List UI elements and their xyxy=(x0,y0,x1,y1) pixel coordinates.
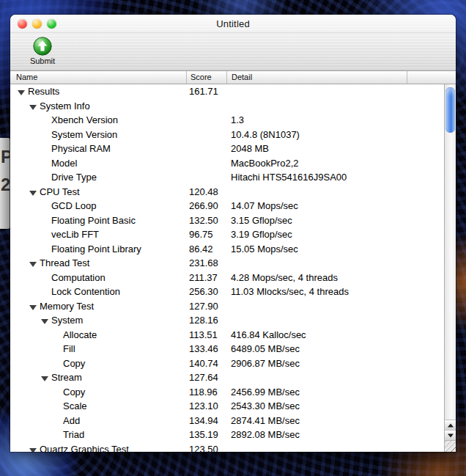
row-name-label: Floating Point Basic xyxy=(51,215,136,226)
disclosure-triangle-icon[interactable] xyxy=(29,305,37,310)
disclosure-triangle-icon[interactable] xyxy=(18,90,25,95)
row-name-cell: System Info xyxy=(10,100,186,111)
row-detail-value: 15.05 Mops/sec xyxy=(226,244,444,255)
row-detail-value: 10.4.8 (8N1037) xyxy=(226,129,444,140)
background-window-fragment[interactable]: P 2 xyxy=(0,138,10,229)
row-name-label: System Version xyxy=(51,129,117,140)
title-bar[interactable]: Untitled xyxy=(10,15,456,33)
row-name-cell: Fill xyxy=(10,343,186,354)
row-name-cell: Copy xyxy=(10,387,186,398)
table-row[interactable]: Memory Test127.90 xyxy=(10,299,444,314)
results-outline-view: Results161.71System InfoXbench Version1.… xyxy=(10,84,456,452)
row-name-cell: Copy xyxy=(10,358,186,369)
row-name-label: Triad xyxy=(63,429,84,440)
row-detail-value: 14.07 Mops/sec xyxy=(226,200,444,211)
table-row[interactable]: Allocate113.51416.84 Kalloc/sec xyxy=(10,328,444,343)
table-row[interactable]: Add134.942874.41 MB/sec xyxy=(10,414,444,428)
row-name-label: Physical RAM xyxy=(51,143,111,154)
table-row[interactable]: Triad135.192892.08 MB/sec xyxy=(10,428,444,442)
minimize-button[interactable] xyxy=(32,19,42,29)
close-button[interactable] xyxy=(18,19,27,29)
table-row[interactable]: System Info xyxy=(10,99,444,114)
column-header-filler xyxy=(407,71,456,84)
row-score-value: 96.75 xyxy=(186,229,226,240)
row-score-value: 128.16 xyxy=(186,315,226,326)
table-row[interactable]: Lock Contention256.3011.03 Mlocks/sec, 4… xyxy=(10,285,444,299)
fragment-letter: P xyxy=(1,148,10,166)
row-name-cell: Memory Test xyxy=(10,301,186,312)
submit-button[interactable]: Submit xyxy=(21,37,64,65)
table-row[interactable]: Scale123.102543.30 MB/sec xyxy=(10,399,444,414)
row-name-label: Thread Test xyxy=(40,257,89,268)
row-name-cell: vecLib FFT xyxy=(10,229,186,240)
table-row[interactable]: Copy118.962456.99 MB/sec xyxy=(10,385,444,400)
row-detail-value: 2906.87 MB/sec xyxy=(226,358,444,369)
row-detail-value: 2456.99 MB/sec xyxy=(226,387,444,398)
column-header-score[interactable]: Score xyxy=(186,71,226,84)
row-name-label: Results xyxy=(28,86,59,97)
scrollbar-thumb[interactable] xyxy=(445,87,455,133)
row-score-value: 113.51 xyxy=(186,329,226,340)
row-name-label: Xbench Version xyxy=(51,114,118,125)
column-header-detail[interactable]: Detail xyxy=(226,71,407,84)
table-row[interactable]: System128.16 xyxy=(10,313,444,328)
desktop-background[interactable]: P 2 Untitled xyxy=(0,0,466,476)
table-row[interactable]: GCD Loop266.9014.07 Mops/sec xyxy=(10,199,444,213)
table-row[interactable]: Fill133.466489.05 MB/sec xyxy=(10,342,444,356)
table-row[interactable]: vecLib FFT96.753.19 Gflop/sec xyxy=(10,227,444,242)
disclosure-triangle-icon[interactable] xyxy=(29,448,37,452)
row-name-cell: System Version xyxy=(10,129,186,140)
row-score-value: 118.96 xyxy=(186,387,226,398)
row-name-label: CPU Test xyxy=(40,186,80,197)
row-name-label: System xyxy=(51,315,83,326)
table-row[interactable]: Quartz Graphics Test123.50 xyxy=(10,442,444,453)
row-detail-value: 2874.41 MB/sec xyxy=(226,415,444,426)
row-score-value: 140.74 xyxy=(186,358,226,369)
table-row[interactable]: Results161.71 xyxy=(10,84,444,99)
table-row[interactable]: CPU Test120.48 xyxy=(10,185,444,199)
up-arrow-icon xyxy=(448,423,454,427)
row-name-label: Quartz Graphics Test xyxy=(40,444,129,452)
table-row[interactable]: Floating Point Library86.4215.05 Mops/se… xyxy=(10,242,444,257)
disclosure-triangle-icon[interactable] xyxy=(41,319,48,324)
table-row[interactable]: Floating Point Basic132.503.15 Gflop/sec xyxy=(10,213,444,228)
disclosure-triangle-icon[interactable] xyxy=(41,376,48,381)
table-row[interactable]: System Version10.4.8 (8N1037) xyxy=(10,128,444,142)
table-row[interactable]: ModelMacBookPro2,2 xyxy=(10,156,444,171)
window-title: Untitled xyxy=(10,18,456,29)
row-name-label: Copy xyxy=(63,387,85,398)
row-score-value: 211.37 xyxy=(186,272,226,283)
row-score-value: 266.90 xyxy=(186,200,226,211)
disclosure-triangle-icon[interactable] xyxy=(29,262,37,267)
scroll-up-button[interactable] xyxy=(445,420,456,430)
row-score-value: 86.42 xyxy=(186,244,226,255)
table-row[interactable]: Copy140.742906.87 MB/sec xyxy=(10,356,444,371)
row-name-label: Memory Test xyxy=(40,301,94,312)
toolbar: Submit xyxy=(10,33,456,70)
row-detail-value: 2048 MB xyxy=(226,143,444,154)
resize-grip[interactable] xyxy=(445,440,456,452)
table-row[interactable]: Physical RAM2048 MB xyxy=(10,142,444,156)
vertical-scrollbar[interactable] xyxy=(444,84,456,452)
row-name-cell: Stream xyxy=(10,372,186,383)
row-name-cell: Floating Point Basic xyxy=(10,215,186,226)
disclosure-triangle-icon[interactable] xyxy=(29,105,37,110)
row-name-cell: Thread Test xyxy=(10,257,186,268)
table-row[interactable]: Xbench Version1.3 xyxy=(10,113,444,128)
window-controls xyxy=(18,19,56,29)
table-row[interactable]: Stream127.64 xyxy=(10,370,444,385)
table-row[interactable]: Drive TypeHitachi HTS541616J9SA00 xyxy=(10,170,444,185)
xbench-results-window[interactable]: Untitled xyxy=(10,15,456,452)
row-detail-value: 6489.05 MB/sec xyxy=(226,343,444,354)
table-row[interactable]: Thread Test231.68 xyxy=(10,256,444,271)
scroll-down-button[interactable] xyxy=(445,430,456,440)
column-header-name[interactable]: Name xyxy=(10,71,186,84)
table-row[interactable]: Computation211.374.28 Mops/sec, 4 thread… xyxy=(10,271,444,285)
disclosure-triangle-icon[interactable] xyxy=(29,191,37,196)
row-score-value: 120.48 xyxy=(186,186,226,197)
row-detail-value: 4.28 Mops/sec, 4 threads xyxy=(226,272,444,283)
submit-icon xyxy=(33,37,52,56)
scrollbar-track[interactable] xyxy=(445,84,456,420)
zoom-button[interactable] xyxy=(47,19,56,29)
row-name-cell: Scale xyxy=(10,400,186,411)
